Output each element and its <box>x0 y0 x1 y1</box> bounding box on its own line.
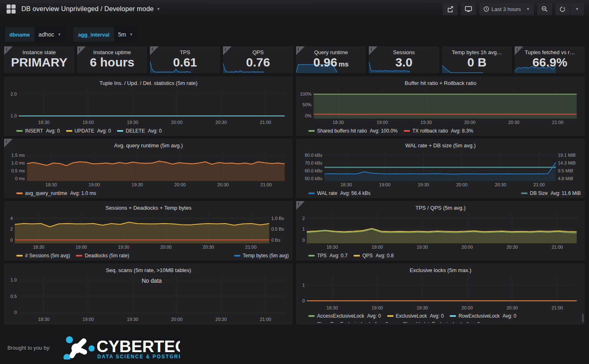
legend-item-RowExclusiveLock[interactable]: RowExclusiveLockAvg: 0 <box>450 313 516 319</box>
svg-text:20:00: 20:00 <box>456 182 468 187</box>
legend-item-DELETE[interactable]: DELETEAvg: 0 <box>117 128 162 134</box>
cybertec-logo: CYBERTEC DATA SCIENCE & POSTGRESQL <box>57 336 180 359</box>
legend-item-QPS[interactable]: QPSAvg: 0.8 <box>354 253 393 259</box>
legend-series-name: RowExclusiveLock <box>458 313 499 319</box>
variable-dbname-value[interactable]: adhoc ▼ <box>35 27 65 42</box>
panel-info-icon[interactable] <box>77 46 86 55</box>
svg-text:1.5 ms: 1.5 ms <box>12 153 25 158</box>
time-range-picker[interactable]: Last 3 hours ▼ <box>479 3 534 15</box>
legend-item-# Sessions (5m avg)[interactable]: # Sessions (5m avg) <box>16 253 70 259</box>
legend-series-name: TPS <box>317 253 327 259</box>
legend-item-UPDATE[interactable]: UPDATEAvg: 0 <box>66 128 111 134</box>
legend-series-avg: Avg: 0 <box>502 313 516 319</box>
legend-item-TPS[interactable]: TPSAvg: 0.7 <box>308 253 347 259</box>
legend-scrollbar[interactable] <box>582 314 584 323</box>
zoom-out-button[interactable] <box>537 3 552 15</box>
stat-title[interactable]: Instance state <box>4 49 74 55</box>
stat-panel-sessions: Sessions3.0 <box>369 46 439 73</box>
legend-item-WAL rate[interactable]: WAL rateAvg: 56.4 kBs <box>308 190 370 196</box>
legend-series-avg: Avg: 1.0 ms <box>70 190 96 196</box>
legend-series-avg: Avg: 0.7 <box>329 253 347 259</box>
svg-text:20:30: 20:30 <box>506 305 518 310</box>
svg-text:9.5 MiB: 9.5 MiB <box>558 168 573 173</box>
legend-swatch <box>234 255 240 256</box>
legend-series-avg: Avg: 56.4 kBs <box>340 190 370 196</box>
variable-agg-interval-value[interactable]: 5m ▼ <box>114 27 137 42</box>
svg-text:50.0 kBs: 50.0 kBs <box>305 176 322 181</box>
legend-item-INSERT[interactable]: INSERTAvg: 0 <box>16 128 60 134</box>
legend: # Sessions (5m avg)Deadlocks (5m rate)Te… <box>7 252 290 260</box>
panel-info-icon[interactable] <box>515 46 523 55</box>
panel-info-icon[interactable] <box>369 46 377 55</box>
panel-info-icon[interactable] <box>150 46 159 55</box>
legend-item-DB Size[interactable]: DB SizeAvg: 11.6 MiB <box>521 190 581 196</box>
footer-prefix: Brought to you by: <box>7 345 51 351</box>
grafana-apps-icon[interactable] <box>7 5 16 14</box>
legend-series-avg: Avg: 100.0% <box>370 128 398 134</box>
stat-title[interactable]: Temp bytes 1h avg… <box>442 49 512 55</box>
svg-text:19:00: 19:00 <box>83 317 94 322</box>
tv-mode-button[interactable] <box>461 3 476 15</box>
legend-series-name: Temp bytes (5m avg) <box>243 253 289 259</box>
panel-tps-qps: TPS / QPS (5m avg.)18:3019:0019:3020:002… <box>296 201 585 261</box>
chart-avg-query-runtime: 18:3019:0019:3020:0020:3021:000 ms0.5 ms… <box>7 151 289 188</box>
legend-series-name: AccessExclusiveLock <box>317 313 364 319</box>
refresh-interval-dropdown[interactable]: ▼ <box>570 3 584 15</box>
panel-title[interactable]: Exclusive locks (5m max.) <box>299 266 582 275</box>
panel-info-icon[interactable] <box>4 46 13 55</box>
svg-text:20:00: 20:00 <box>461 245 473 250</box>
stat-value: 3.0 <box>369 55 439 69</box>
legend-item-Deadlocks (5m rate)[interactable]: Deadlocks (5m rate) <box>76 253 129 259</box>
svg-text:0 ms: 0 ms <box>15 176 25 181</box>
legend-series-name: DB Size <box>530 190 548 196</box>
panel-title[interactable]: Seq. scans (5m rate, >10MB tables) <box>7 266 290 275</box>
panel-seq-scans: Seq. scans (5m rate, >10MB tables)18:301… <box>4 263 293 325</box>
panel-info-icon[interactable] <box>4 139 13 147</box>
panel-title[interactable]: TPS / QPS (5m avg.) <box>299 203 582 213</box>
variable-dbname: dbname adhoc ▼ <box>5 27 65 42</box>
panel-info-icon[interactable] <box>223 46 232 55</box>
svg-text:19.1 MiB: 19.1 MiB <box>558 153 575 158</box>
refresh-button[interactable] <box>555 3 570 15</box>
svg-text:18:30: 18:30 <box>46 182 57 187</box>
svg-text:1.0 Bs: 1.0 Bs <box>271 216 284 221</box>
svg-text:19:00: 19:00 <box>89 182 100 187</box>
legend-item-ExclusiveLock[interactable]: ExclusiveLockAvg: 0 <box>387 313 444 319</box>
panel-title[interactable]: Buffer hit ratio + Rollback ratio <box>299 78 582 88</box>
svg-text:0%: 0% <box>305 113 311 118</box>
stat-title[interactable]: TPS <box>150 49 220 55</box>
legend-swatch <box>16 255 23 256</box>
panel-info-icon[interactable] <box>296 46 305 55</box>
stat-title[interactable]: QPS <box>223 49 293 55</box>
svg-text:19:30: 19:30 <box>118 245 129 250</box>
panel-info-icon[interactable] <box>296 201 305 210</box>
legend-swatch <box>354 255 360 256</box>
legend-item-avg_query_runtime[interactable]: avg_query_runtimeAvg: 1.0 ms <box>16 190 96 196</box>
legend-item-ShareRowExclusiveLock[interactable]: ShareRowExclusiveLockAvg: 0 <box>308 321 388 323</box>
legend-series-avg: Avg: 0 <box>466 321 480 323</box>
panel-title[interactable]: Avg. query runtime (5m avg.) <box>7 141 290 151</box>
legend-item-AccessExclusiveLock[interactable]: AccessExclusiveLockAvg: 0 <box>308 313 381 319</box>
legend-item-ShareUpdateExclusiveLock[interactable]: ShareUpdateExclusiveLockAvg: 0 <box>394 321 480 323</box>
legend-item-TX rollback ratio[interactable]: TX rollback ratioAvg: 8.3% <box>404 128 473 134</box>
share-button[interactable] <box>443 3 458 15</box>
panel-title[interactable]: WAL rate + DB size (5m avg.) <box>299 141 582 151</box>
legend-series-name: ShareUpdateExclusiveLock <box>403 321 463 323</box>
svg-text:19:00: 19:00 <box>76 245 87 250</box>
panel-title[interactable]: Tuple Ins. / Upd. / Del. statistics (5m … <box>7 78 290 88</box>
grid-square <box>7 5 11 9</box>
svg-text:100%: 100% <box>300 92 311 96</box>
stat-title[interactable]: Instance uptime <box>77 49 147 55</box>
svg-text:19:30: 19:30 <box>418 182 429 187</box>
title-dropdown-caret-icon[interactable]: ▼ <box>156 7 160 11</box>
stat-title[interactable]: Sessions <box>369 49 439 55</box>
legend-item-Temp bytes (5m avg)[interactable]: Temp bytes (5m avg) <box>234 253 289 259</box>
svg-text:20:00: 20:00 <box>171 317 182 322</box>
stat-title[interactable]: Query runtime <box>296 49 366 55</box>
stat-title[interactable]: Tuples fetched vs r… <box>515 49 585 55</box>
legend-item-Shared buffers hit ratio[interactable]: Shared buffers hit ratioAvg: 100.0% <box>308 128 398 134</box>
dashboard-title[interactable]: DB overview Unprivileged / Developer mod… <box>21 5 154 13</box>
panel-title[interactable]: Sessions + Deadlocks + Temp bytes <box>7 203 290 213</box>
legend-series-name: # Sessions (5m avg) <box>25 253 70 259</box>
svg-text:20:30: 20:30 <box>495 182 506 187</box>
